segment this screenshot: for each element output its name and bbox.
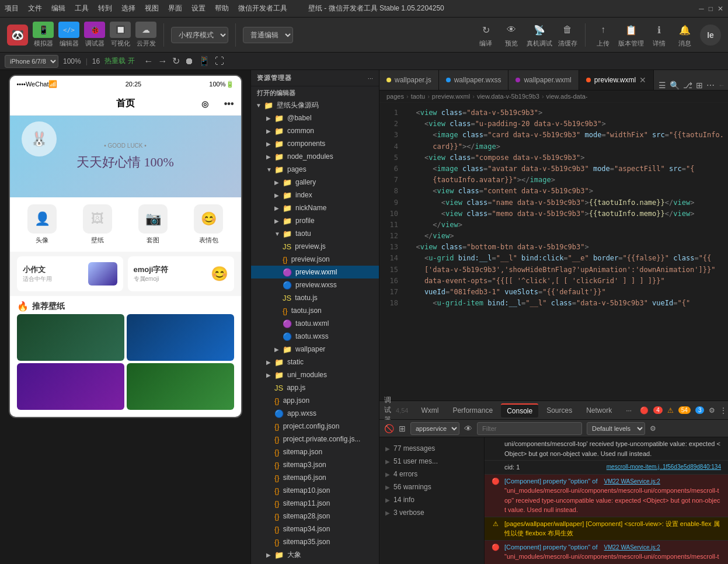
file-taotu-wxml[interactable]: 🟣 taotu.wxml [251,317,379,330]
file-taotu-wxss[interactable]: 🔵 taotu.wxss [251,330,379,343]
simulator-button[interactable]: 📱 模拟器 [33,22,54,48]
file-taotu-json[interactable]: {} taotu.json [251,304,379,317]
phone-button[interactable]: 📱 [198,55,210,67]
debug-tab-sources[interactable]: Sources [541,404,578,417]
tab-wallpaper-wxss[interactable]: wallpaper.wxss [439,70,509,90]
compile-button[interactable]: ↻ 编译 [475,22,496,48]
file-preview-wxml[interactable]: 🟣 preview.wxml [251,266,379,278]
phone-camera-icon[interactable]: ◎ [201,99,208,109]
file-sitemap6[interactable]: {} sitemap6.json [251,471,379,484]
msg-group-errors[interactable]: ▶ 4 errors [379,468,484,481]
msg-group-user[interactable]: ▶ 51 user mes... [379,455,484,468]
explorer-more-icon[interactable]: ··· [368,75,373,82]
root-folder[interactable]: ▼ 📁 壁纸头像源码 [251,99,379,112]
code-editor-lines[interactable]: <view class="data-v-5b19c9b3"> <view cla… [403,103,728,401]
search-icon[interactable]: 🔍 [670,81,680,90]
file-project-config[interactable]: {} project.config.json [251,420,379,433]
grid-item-emoji[interactable]: 😊 表情包 [183,204,234,245]
file-sitemap34[interactable]: {} sitemap34.json [251,523,379,535]
wallpaper-img-2[interactable] [127,314,234,361]
breadcrumb-view1[interactable]: view.data-v-5b19c9b3 [477,93,539,100]
clear-console-icon[interactable]: 🚫 [384,424,394,433]
component-label-2[interactable]: [Component] property "option" of [504,544,597,551]
hot-reload[interactable]: 热重载 开 [105,56,134,66]
file-sitemap[interactable]: {} sitemap.json [251,445,379,458]
window-close[interactable]: ✕ [717,5,723,13]
grid-item-wallpaper[interactable]: 🖼 壁纸 [72,204,123,245]
debug-tab-console[interactable]: Console [501,403,538,417]
real-debug-button[interactable]: 📡 真机调试 [527,22,552,48]
tab-wallpaper-js[interactable]: wallpaper.js [379,70,439,90]
folder-common[interactable]: ▶ 📁 common [251,124,379,137]
file-sitemap10[interactable]: {} sitemap10.json [251,484,379,497]
folder-daquan[interactable]: ▶ 📁 大象 [251,548,379,561]
folder-wallpaper[interactable]: ▶ 📁 wallpaper [251,343,379,356]
details-button[interactable]: ℹ 详情 [649,22,670,48]
settings-icon[interactable]: ⚙ [709,406,715,415]
folder-components[interactable]: ▶ 📁 components [251,137,379,150]
menu-item-goto[interactable]: 转到 [98,4,112,13]
console-link-vm22-2[interactable]: VM22 WAService.js:2 [604,544,660,551]
file-sitemap11[interactable]: {} sitemap11.json [251,497,379,510]
editor-button[interactable]: </> 编辑器 [58,22,79,48]
filter-input[interactable] [477,422,582,435]
breadcrumb-pages[interactable]: pages [386,93,404,100]
msg-group-verbose[interactable]: ▶ 3 verbose [379,506,484,519]
phone-more-dots[interactable]: ••• [224,99,234,109]
tab-wallpaper-wxml[interactable]: wallpaper.wxml [508,70,579,90]
tab-preview-wxml[interactable]: preview.wxml ✕ [579,70,654,90]
folder-pages[interactable]: ▼ 📁 pages [251,163,379,176]
expand-button[interactable]: ⛶ [215,56,224,67]
compile-select[interactable]: 普通编辑 [243,27,293,43]
menu-item-project[interactable]: 项目 [5,4,19,13]
menu-item-file[interactable]: 文件 [28,4,42,13]
back-button[interactable]: ← [144,56,154,67]
window-maximize[interactable]: □ [709,5,713,13]
version-button[interactable]: 📋 版本管理 [618,22,644,48]
folder-nickname[interactable]: ▶ 📁 nickName [251,201,379,214]
menu-item-settings[interactable]: 设置 [191,4,205,13]
tab-close-icon[interactable]: ✕ [639,75,646,85]
debug-tab-wxml[interactable]: Wxml [415,404,444,417]
nav-back-icon[interactable]: ← [718,81,725,89]
file-project-private[interactable]: {} project.private.config.js... [251,433,379,445]
folder-profile[interactable]: ▶ 📁 profile [251,214,379,227]
visual-button[interactable]: 🔲 可视化 [110,22,131,48]
msg-group-all[interactable]: ▶ 77 messages [379,442,484,455]
menu-item-ui[interactable]: 界面 [168,4,182,13]
file-taotu-js[interactable]: JS taotu.js [251,291,379,304]
breadcrumb-taotu[interactable]: taotu [411,93,425,100]
filter-toggle-icon[interactable]: ⊞ [399,424,406,433]
breadcrumb-file[interactable]: preview.wxml [432,93,470,100]
device-select[interactable]: iPhone 6/7/8 [5,55,58,68]
file-preview-wxss[interactable]: 🔵 preview.wxss [251,278,379,291]
wallpaper-img-4[interactable] [127,363,234,410]
file-sitemap35[interactable]: {} sitemap35.json [251,535,379,548]
context-select[interactable]: appservice [410,422,459,435]
folder-index[interactable]: ▶ 📁 index [251,189,379,201]
grid-item-avatar[interactable]: 👤 头像 [17,204,68,245]
debug-settings-icon[interactable]: ⚙ [650,424,656,433]
phone-card-composition[interactable]: 小作文 适合中午用 [17,256,123,291]
folder-uni-modules[interactable]: ▶ 📁 uni_modules [251,368,379,381]
folder-static[interactable]: ▶ 📁 static [251,356,379,368]
mode-select[interactable]: 小程序模式 [171,27,228,43]
menu-item-wechat[interactable]: 微信开发者工具 [238,4,287,13]
forward-button[interactable]: → [158,56,168,67]
cloud-button[interactable]: ☁ 云开发 [135,22,156,48]
record-button[interactable]: ⏺ [184,56,194,67]
console-link-cid[interactable]: mescroll-more-item.j..1f56d3e5d89d840:13… [607,462,721,471]
debug-more-icon[interactable]: ⋮ [720,406,727,415]
wallpaper-img-3[interactable] [17,363,124,410]
window-minimize[interactable]: ─ [699,5,704,13]
file-sitemap3[interactable]: {} sitemap3.json [251,458,379,471]
file-preview-js[interactable]: JS preview.js [251,240,379,253]
debugger-button[interactable]: 🐞 调试器 [84,22,105,48]
notify-button[interactable]: 🔔 消息 [674,22,695,48]
folder-babel[interactable]: ▶ 📁 @babel [251,112,379,124]
debug-tab-more[interactable]: ··· [620,404,638,417]
phone-card-emoji[interactable]: emoji字符 专属emoji 😊 [128,256,234,291]
menu-item-tool[interactable]: 工具 [75,4,89,13]
file-sitemap28[interactable]: {} sitemap28.json [251,510,379,523]
preview-button[interactable]: 👁 预览 [501,22,522,48]
